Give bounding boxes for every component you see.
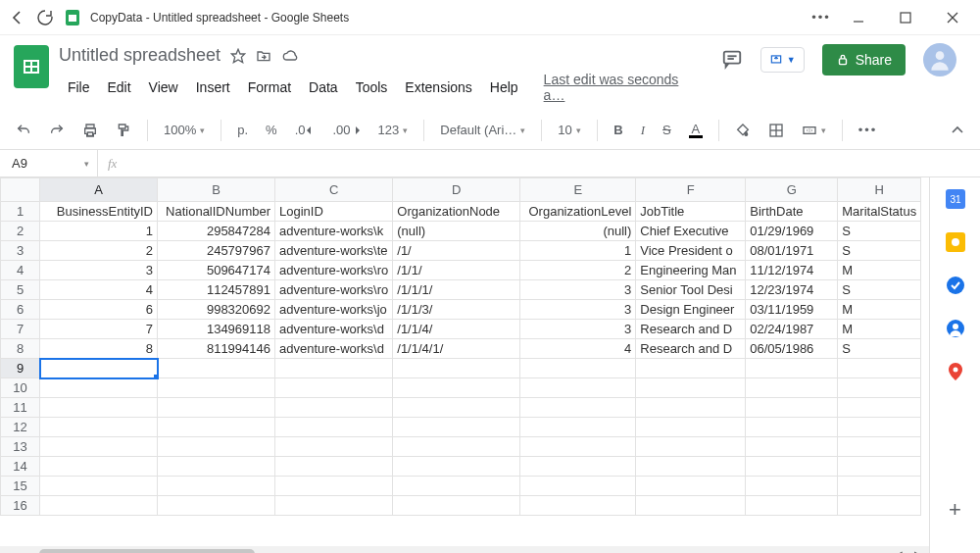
cell[interactable]: Vice President o: [636, 241, 746, 261]
cell[interactable]: [158, 359, 275, 378]
borders-button[interactable]: [762, 119, 790, 142]
cell[interactable]: 1: [520, 241, 636, 261]
cell[interactable]: [746, 398, 838, 418]
row-header[interactable]: 2: [1, 222, 40, 241]
cell[interactable]: 998320692: [158, 300, 275, 320]
cell[interactable]: S: [838, 339, 921, 359]
menu-data[interactable]: Data: [300, 75, 347, 99]
menu-edit[interactable]: Edit: [98, 75, 139, 99]
cell[interactable]: adventure-works\jo: [275, 300, 393, 320]
cell[interactable]: adventure-works\te: [275, 241, 393, 261]
contacts-addon-icon[interactable]: [946, 319, 965, 338]
formula-input[interactable]: [126, 150, 980, 176]
cell[interactable]: 112457891: [158, 280, 275, 300]
row-header[interactable]: 11: [1, 398, 40, 418]
select-all-cell[interactable]: [1, 178, 40, 202]
cell[interactable]: [275, 359, 393, 378]
row-header[interactable]: 14: [1, 457, 40, 477]
row-header[interactable]: 5: [1, 280, 40, 300]
row-header[interactable]: 8: [1, 339, 40, 359]
cell[interactable]: [520, 437, 636, 457]
window-maximize-button[interactable]: [886, 3, 925, 32]
menu-extensions[interactable]: Extensions: [396, 75, 480, 99]
cell[interactable]: [40, 496, 158, 516]
collapse-toolbar-button[interactable]: [945, 120, 970, 141]
cell[interactable]: [40, 437, 158, 457]
spreadsheet-grid[interactable]: ABCDEFGH1BusinessEntityIDNationalIDNumbe…: [0, 177, 929, 553]
row-header[interactable]: 10: [1, 378, 40, 398]
cell[interactable]: S: [838, 241, 921, 261]
cell[interactable]: M: [838, 320, 921, 339]
cell[interactable]: [838, 477, 921, 496]
toolbar-more-button[interactable]: •••: [853, 119, 884, 141]
cell[interactable]: /1/1/1/: [393, 280, 520, 300]
row-header[interactable]: 16: [1, 496, 40, 516]
cell[interactable]: 4: [40, 280, 158, 300]
cell[interactable]: [40, 359, 158, 378]
format-currency-button[interactable]: p.: [231, 119, 254, 141]
column-header-C[interactable]: C: [275, 178, 393, 202]
cell[interactable]: [275, 437, 393, 457]
cell[interactable]: [275, 477, 393, 496]
redo-button[interactable]: [43, 119, 71, 142]
cell[interactable]: [393, 457, 520, 477]
row-header[interactable]: 12: [1, 418, 40, 437]
format-percent-button[interactable]: %: [260, 119, 283, 141]
decrease-decimal-button[interactable]: .0: [289, 119, 321, 141]
cell[interactable]: [158, 398, 275, 418]
cell[interactable]: [520, 378, 636, 398]
cell[interactable]: 3: [520, 320, 636, 339]
paint-format-button[interactable]: [110, 119, 137, 142]
cell[interactable]: 06/05/1986: [746, 339, 838, 359]
name-box[interactable]: A9: [0, 150, 98, 176]
cell[interactable]: [393, 437, 520, 457]
window-minimize-button[interactable]: [839, 3, 878, 32]
cell[interactable]: BusinessEntityID: [40, 202, 158, 222]
cell[interactable]: OrganizationLevel: [520, 202, 636, 222]
cell[interactable]: BirthDate: [746, 202, 838, 222]
row-header[interactable]: 6: [1, 300, 40, 320]
present-button[interactable]: ▼: [760, 47, 805, 73]
cell[interactable]: [275, 457, 393, 477]
cell[interactable]: [838, 418, 921, 437]
cell[interactable]: [636, 477, 746, 496]
horizontal-scrollbar[interactable]: ◀ ▶: [0, 546, 929, 553]
cloud-status-icon[interactable]: [281, 48, 299, 64]
move-button[interactable]: [256, 48, 271, 64]
cell[interactable]: 134969118: [158, 320, 275, 339]
cell[interactable]: 1: [40, 222, 158, 241]
cell[interactable]: [275, 398, 393, 418]
cell[interactable]: [520, 496, 636, 516]
get-addons-button[interactable]: +: [949, 497, 961, 523]
cell[interactable]: [838, 457, 921, 477]
cell[interactable]: [158, 477, 275, 496]
cell[interactable]: adventure-works\ro: [275, 261, 393, 280]
cell[interactable]: (null): [393, 222, 520, 241]
cell[interactable]: [636, 496, 746, 516]
cell[interactable]: [158, 418, 275, 437]
cell[interactable]: [838, 378, 921, 398]
cell[interactable]: adventure-works\ro: [275, 280, 393, 300]
menu-insert[interactable]: Insert: [187, 75, 239, 99]
cell[interactable]: 3: [40, 261, 158, 280]
cell[interactable]: /1/1/4/1/: [393, 339, 520, 359]
cell[interactable]: NationalIDNumber: [158, 202, 275, 222]
cell[interactable]: [158, 496, 275, 516]
cell[interactable]: [636, 457, 746, 477]
italic-button[interactable]: I: [635, 119, 651, 142]
cell[interactable]: [636, 359, 746, 378]
cell[interactable]: [393, 378, 520, 398]
cell[interactable]: 11/12/1974: [746, 261, 838, 280]
row-header[interactable]: 1: [1, 202, 40, 222]
last-edit-link[interactable]: Last edit was seconds a…: [535, 68, 711, 107]
cell[interactable]: /1/: [393, 241, 520, 261]
cell[interactable]: Design Engineer: [636, 300, 746, 320]
cell[interactable]: [746, 496, 838, 516]
cell[interactable]: [838, 437, 921, 457]
fill-color-button[interactable]: [729, 119, 757, 142]
doc-title[interactable]: Untitled spreadsheet: [59, 45, 220, 66]
cell[interactable]: 3: [520, 300, 636, 320]
cell[interactable]: 6: [40, 300, 158, 320]
calendar-addon-icon[interactable]: 31: [946, 189, 965, 209]
cell[interactable]: M: [838, 300, 921, 320]
